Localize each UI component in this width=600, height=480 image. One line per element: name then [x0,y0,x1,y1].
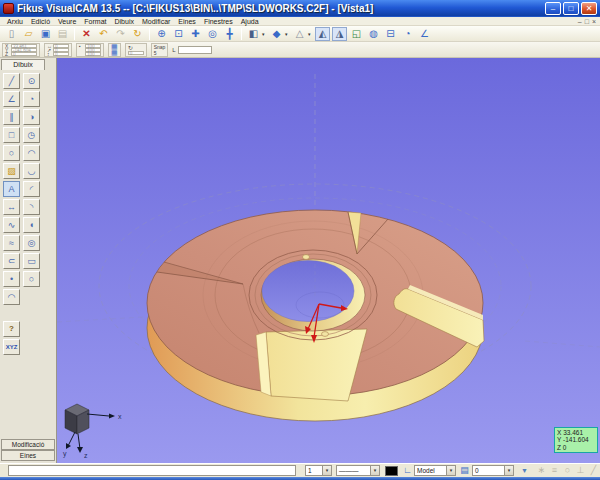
small-hole-top[interactable] [303,255,310,260]
new-icon[interactable]: ▯ [4,27,19,41]
mdi-restore-button[interactable]: □ [585,18,589,25]
tool-query[interactable]: ? [3,321,20,337]
menu-bar: Arxiu Edició Veure Format Dibuix Modific… [0,17,600,26]
pen-combo[interactable]: 1 ▾ [305,465,332,476]
minimize-button[interactable]: – [545,2,561,15]
menu-finestres[interactable]: Finestres [200,18,237,25]
arc-measure-icon[interactable]: ◔ [400,27,415,41]
snap-line-icon: ╱ [587,464,600,477]
tool-ellipse[interactable]: ○ [3,145,20,161]
length-label: L [172,47,175,53]
render-mode-2-icon[interactable]: ◮ [332,27,347,41]
render-mode-1-icon[interactable]: ◭ [315,27,330,41]
restore-button[interactable]: □ [563,2,579,15]
tool-xyz-query[interactable]: XYZ [3,339,20,355]
zoom-fit-icon[interactable]: ✚ [188,27,203,41]
tool-hatch[interactable]: ▨ [3,163,20,179]
command-input[interactable] [8,465,296,476]
tool-arc-upper[interactable]: ◠ [23,145,40,161]
tool-circle-3pt[interactable]: ◑ [23,109,40,125]
view-preset-icon[interactable]: ◧ [246,27,261,41]
color-swatch[interactable] [385,466,398,476]
disc-model[interactable] [147,210,484,421]
tool-rectangle[interactable]: □ [3,127,20,143]
tool-ring[interactable]: ◎ [23,235,40,251]
ucs-icon[interactable]: ◱ [349,27,364,41]
regen-icon[interactable]: ↻ [130,27,145,41]
tool-dimension[interactable]: ↔ [3,199,20,215]
angle-measure-icon[interactable]: ∠ [417,27,432,41]
zoom-in-icon[interactable]: ⊕ [154,27,169,41]
menu-arxiu[interactable]: Arxiu [3,18,27,25]
small-hole-bottom[interactable] [322,332,329,337]
filter-icon[interactable]: ▼ [518,464,531,477]
shaded-view-caret-icon[interactable]: ▾ [285,31,290,37]
save-icon[interactable]: ▣ [38,27,53,41]
menu-dibuix[interactable]: Dibuix [111,18,138,25]
undo-icon[interactable]: ↶ [96,27,111,41]
tab-eines[interactable]: Eines [1,450,55,461]
scale-z-field[interactable]: 100 [85,52,101,56]
mdi-close-button[interactable]: × [592,18,596,25]
layers-icon[interactable]: ▤ [458,464,471,477]
section-icon[interactable]: ⊟ [383,27,398,41]
layer-combo-caret-icon[interactable]: ▾ [504,466,513,475]
tab-modificacio[interactable]: Modificació [1,439,55,450]
stepper-icon-2[interactable]: ▦ [111,49,118,57]
menu-eines[interactable]: Eines [174,18,200,25]
tool-point[interactable]: • [3,271,20,287]
tool-angle-line[interactable]: ∠ [3,91,20,107]
delete-icon[interactable]: ✕ [79,27,94,41]
tool-arc-lower[interactable]: ◡ [23,163,40,179]
menu-edicio[interactable]: Edició [27,18,54,25]
view-preset-caret-icon[interactable]: ▾ [262,31,267,37]
zoom-window-icon[interactable]: ⊡ [171,27,186,41]
tool-slot[interactable]: ▭ [23,253,40,269]
tool-circle-free[interactable]: ○ [23,271,40,287]
space-combo[interactable]: Model ▾ [414,465,456,476]
tool-curve[interactable]: ≈ [3,235,20,251]
tool-circle-center[interactable]: ⊙ [23,73,40,89]
viewport-canvas[interactable]: x y z [57,58,600,463]
iso-view-icon[interactable]: △ [292,27,307,41]
coord-y: Y -141.604 [557,436,595,444]
tool-arc-free[interactable]: ◠ [3,289,20,305]
tool-line[interactable]: ╱ [3,73,20,89]
tool-circle-tangent[interactable]: ◷ [23,127,40,143]
open-icon[interactable]: ▱ [21,27,36,41]
tool-spline[interactable]: ∿ [3,217,20,233]
menu-ajuda[interactable]: Ajuda [237,18,263,25]
tab-dibuix[interactable]: Dibuix [1,59,45,70]
length-input[interactable] [178,46,212,54]
pen-combo-caret-icon[interactable]: ▾ [322,466,331,475]
snap-circle-icon: ○ [561,464,574,477]
tool-arc-end[interactable]: ◝ [23,199,40,215]
close-button[interactable]: ✕ [581,2,597,15]
iso-view-caret-icon[interactable]: ▾ [308,31,313,37]
z-field[interactable]: 0 [11,52,37,56]
tool-offset[interactable]: ⊂ [3,253,20,269]
linestyle-combo-caret-icon[interactable]: ▾ [370,466,379,475]
solid-torus-icon[interactable]: ◍ [366,27,381,41]
linestyle-combo[interactable]: ——— ▾ [336,465,380,476]
menu-modificar[interactable]: Modificar [138,18,174,25]
axes-toggle-icon[interactable]: ∟ [401,464,414,477]
menu-veure[interactable]: Veure [54,18,80,25]
snap-value[interactable]: 5 [154,50,166,56]
rotation-field[interactable]: 0 [128,51,144,55]
tool-text[interactable]: A [3,181,20,197]
pan-icon[interactable]: ╋ [222,27,237,41]
mdi-minimize-button[interactable]: – [578,18,582,25]
orbit-icon[interactable]: ◎ [205,27,220,41]
tool-circle-2pt[interactable]: ◔ [23,91,40,107]
viewport-3d[interactable]: x y z X 33.461 Y -141.604 Z 0 [57,58,600,463]
tool-parallel-lines[interactable]: ∥ [3,109,20,125]
tool-arc-chord[interactable]: ◖ [23,217,40,233]
tool-arc-start[interactable]: ◜ [23,181,40,197]
rotation-group: ↻ 0 [125,43,147,57]
shaded-view-icon[interactable]: ◆ [269,27,284,41]
dz-field[interactable]: 0 [53,52,69,56]
space-combo-caret-icon[interactable]: ▾ [446,466,455,475]
menu-format[interactable]: Format [80,18,110,25]
layer-combo[interactable]: 0 ▾ [472,465,514,476]
